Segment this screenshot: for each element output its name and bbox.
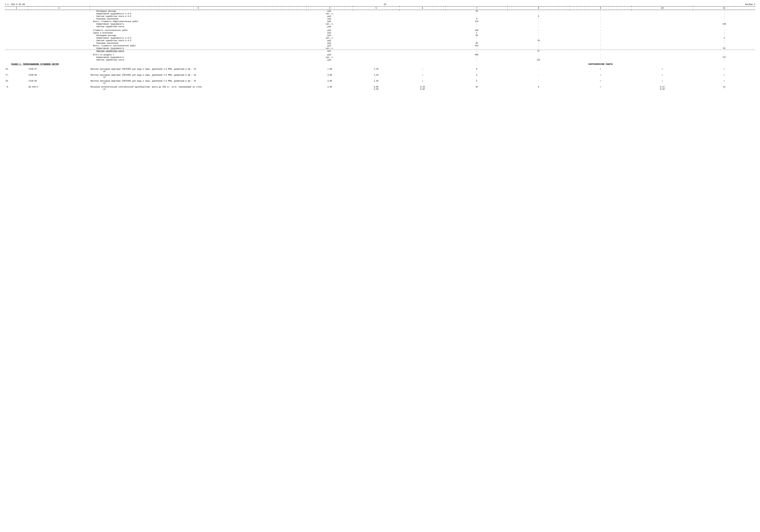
item-col10: = xyxy=(631,79,693,85)
item-col11: = xyxy=(693,79,755,85)
item-col8: 8 xyxy=(508,85,570,91)
summary-row: Сметная заработная плата руб. - - - - xyxy=(5,25,755,28)
col-header-10: IO xyxy=(631,6,693,10)
item-col11: = xyxy=(693,73,755,79)
col-header-3: 3 xyxy=(90,6,307,10)
section2-title-row: РАЗДЕЛ 2. ТЕПЛОСНАБЖЕНИЕ УСТАНОВОК СИСТЕ… xyxy=(5,63,755,66)
col-header-4: 4 xyxy=(307,6,353,10)
item-num: I7. xyxy=(5,73,28,79)
item-col6: 0,I80,02 xyxy=(400,85,446,91)
item-num: I8. xyxy=(5,79,28,85)
item-col9: = xyxy=(570,67,632,73)
summary-row: Нормативная трудоемкость в Н.Р. чел.-ч. … xyxy=(5,37,755,39)
item-col7: 8 xyxy=(446,67,508,73)
item-qty: 7,00 xyxy=(307,67,353,73)
item-col6: — xyxy=(400,67,446,73)
summary-row: Сдача и испытание руб. I - - - xyxy=(5,32,755,34)
item-desc: Вентили проходные муфтовые I5КЧI8ПI для … xyxy=(90,67,307,73)
item-col8: - xyxy=(508,79,570,85)
summary-row: Плановые накопления руб. 40 - - - xyxy=(5,42,755,45)
col-header-5: 5 xyxy=(353,6,400,10)
item-row: ·9. ШI-540-6 Механизм исполнительный эле… xyxy=(5,85,755,91)
summary-row: Итого по разделу I руб. 666 - - - xyxy=(5,54,755,56)
item-row: I7. СI30-98 Вентили проходные муфтовые I… xyxy=(5,73,755,79)
item-col5: I,43 xyxy=(353,73,400,79)
item-qty: 2,00 xyxy=(307,85,353,91)
template-number: т.п. 503-2-35.88 xyxy=(5,3,25,6)
col-header-1: I xyxy=(5,6,28,10)
item-col10: = xyxy=(631,67,693,73)
item-col10: 6,I20,03 xyxy=(631,85,693,91)
item-num: ·9. xyxy=(5,85,28,91)
item-qty: 3,00 xyxy=(307,79,353,85)
col-header-7: 7 xyxy=(446,6,508,10)
summary-row: Нормативная трудоемкость чел.-ч. - - - 2… xyxy=(5,56,755,59)
item-code: СI30-99 xyxy=(28,79,90,85)
spacer-row xyxy=(5,28,755,29)
item-row: I8. СI30-99 Вентили проходные муфтовые I… xyxy=(5,79,755,85)
item-qty: 3,00 xyxy=(307,73,353,79)
summary-row: Всего, стоимость сантехнических работ ру… xyxy=(5,45,755,47)
summary-row: Нормативная трудоемкость чел.-ч. - - - 8… xyxy=(5,47,755,50)
summary-row: Стоимость сантехнических работ руб. 443 … xyxy=(5,29,755,32)
item-col5: 8,863,94 xyxy=(353,85,400,91)
item-col6: = xyxy=(400,73,446,79)
summary-row: Накладные расходы руб. I6 - - - xyxy=(5,10,755,13)
col-header-8: 8 xyxy=(508,6,570,10)
item-row: I6. СI30-97 Вентили проходные муфтовые I… xyxy=(5,67,755,73)
col-header-11: II xyxy=(693,6,755,10)
section2-subtitle: САНТЕХНИЧЕСКИЕ РАБОТЫ xyxy=(589,63,613,66)
item-code: СI30-97 xyxy=(28,67,90,73)
item-col6: = xyxy=(400,79,446,85)
item-col11: = xyxy=(693,67,755,73)
summary-row: Сметная заработная плата руб. - 57 - - xyxy=(5,50,755,53)
summary-row: Нормативная трудоемкость чел.-ч. - - - I… xyxy=(5,23,755,25)
item-code: ШI-540-6 xyxy=(28,85,90,91)
item-col9: = xyxy=(570,73,632,79)
summary-row: Сметная заработная плата в Н.Р. руб. - 6… xyxy=(5,15,755,18)
summary-row: Плановые накопления руб. 9 - - - xyxy=(5,18,755,20)
item-col9: = xyxy=(570,85,632,91)
item-code: СI30-98 xyxy=(28,73,90,79)
item-col11: I2- xyxy=(693,85,755,91)
spacer-row2 xyxy=(5,66,755,67)
item-desc: Вентили проходные муфтовые I5КЧI8ПI для … xyxy=(90,79,307,85)
item-col8: - xyxy=(508,73,570,79)
page-header: т.п. 503-2-35.88 52 Альбом У xyxy=(5,3,755,6)
summary-row: Накладные расходы руб. 59 - - - xyxy=(5,34,755,37)
summary-row: Всего, стоимость общестроительных работ … xyxy=(5,20,755,23)
item-col7: I8 xyxy=(446,85,508,91)
col-header-2: 2 xyxy=(28,6,90,10)
item-col5: I,59 xyxy=(353,79,400,85)
column-header-row: I 2 3 4 5 6 7 8 9 IO II xyxy=(5,6,755,10)
summary-row: Сметная заработная плата в Н.Р. руб. - I… xyxy=(5,39,755,42)
summary-row: Сметная заработная плата руб. - I5I - - xyxy=(5,59,755,61)
section2-title: РАЗДЕЛ 2. ТЕПЛОСНАБЖЕНИЕ УСТАНОВОК СИСТЕ… xyxy=(11,63,59,66)
summary-row: Нормативная трудоемкость в Н.Р. чел.-ч. … xyxy=(5,13,755,15)
spacer-row xyxy=(5,52,755,54)
item-col7: 4 xyxy=(446,73,508,79)
col-header-9: 9 xyxy=(570,6,632,10)
item-col5: I,20 xyxy=(353,67,400,73)
item-col10: = xyxy=(631,73,693,79)
page-number: 52 xyxy=(384,3,386,6)
item-col9: = xyxy=(570,79,632,85)
col-header-6: 6 xyxy=(400,6,446,10)
item-desc: Вентили проходные муфтовые I5КЧI8ПI для … xyxy=(90,73,307,79)
item-col7: 5 xyxy=(446,79,508,85)
item-desc: Механизм исполнительный электрический од… xyxy=(90,85,307,91)
spacer-row xyxy=(5,61,755,63)
album-number: Альбом У xyxy=(745,3,755,6)
item-num: I6. xyxy=(5,67,28,73)
item-col8: - xyxy=(508,67,570,73)
